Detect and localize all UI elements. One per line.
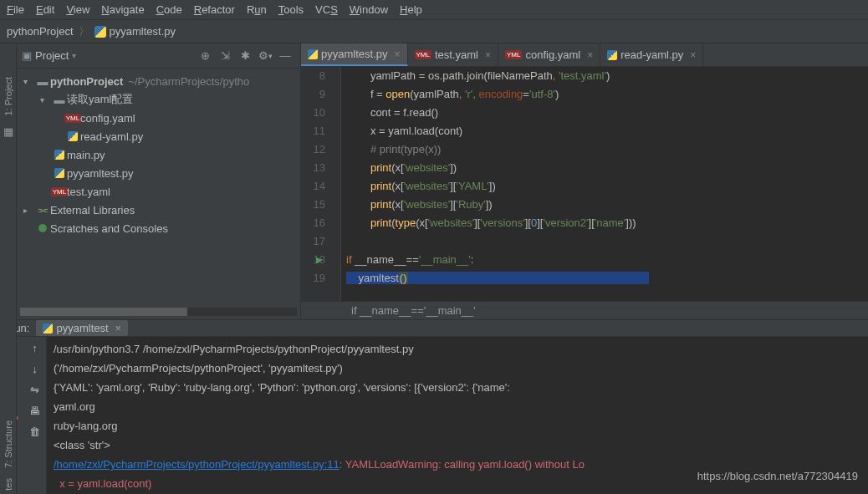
close-icon[interactable]: ×: [690, 49, 696, 61]
down-icon[interactable]: ↓: [32, 363, 38, 375]
editor-breadcrumb[interactable]: if __name__=='__main__': [301, 301, 868, 319]
left-tool-strip-bottom: 7: Structure tes: [0, 318, 17, 494]
settings-icon[interactable]: ✱: [237, 48, 253, 64]
tree-file[interactable]: pyyamltest.py: [17, 164, 300, 182]
breadcrumb-separator: 〉: [79, 24, 89, 39]
tab-test-yaml[interactable]: YML test.yaml×: [408, 43, 498, 66]
tree-file[interactable]: YML test.yaml: [17, 182, 300, 201]
menu-edit[interactable]: Edit: [36, 3, 54, 16]
close-icon[interactable]: ×: [394, 48, 400, 60]
trash-icon[interactable]: 🗑: [29, 425, 40, 438]
menu-run[interactable]: Run: [247, 3, 267, 16]
tree-file[interactable]: main.py: [17, 145, 300, 164]
menu-refactor[interactable]: Refactor: [194, 3, 235, 16]
sidebar-structure-button[interactable]: 7: Structure: [3, 420, 13, 468]
python-icon: [94, 26, 106, 38]
close-icon[interactable]: ×: [115, 322, 122, 334]
run-tab[interactable]: pyyamltest ×: [36, 320, 128, 336]
run-header: Run: pyyamltest ×: [0, 320, 868, 337]
project-panel-header: ▣ Project ▾ ⊕ ⇲ ✱ ⚙ ▾ —: [17, 43, 300, 69]
tree-file[interactable]: YML config.yaml: [17, 109, 300, 127]
menu-window[interactable]: Window: [350, 3, 388, 16]
locate-icon[interactable]: ⊕: [197, 48, 213, 64]
python-icon: [308, 49, 318, 59]
editor-area: pyyamltest.py× YML test.yaml× YML config…: [301, 43, 868, 319]
gutter[interactable]: 89101112131415161718▶19: [301, 67, 341, 301]
breadcrumb-file[interactable]: pyyamltest.py: [110, 25, 176, 38]
left-tool-strip: 1: Project ▦: [0, 43, 17, 319]
menu-view[interactable]: View: [66, 3, 89, 16]
watermark: https://blog.csdn.net/a772304419: [697, 470, 858, 482]
run-tool-window: Run: pyyamltest × ▶ ■ ☷ 📌 ↑ ↓ ⇋ 🖶 🗑 /usr…: [0, 319, 868, 494]
tab-pyyamltest[interactable]: pyyamltest.py×: [301, 43, 408, 66]
sidebar-project-button[interactable]: 1: Project: [3, 77, 13, 115]
sidebar-icon[interactable]: ▦: [3, 125, 13, 138]
menu-file[interactable]: File: [7, 3, 24, 16]
code-content[interactable]: yamlPath = os.path.join(fileNamePath, 't…: [341, 67, 868, 301]
python-icon: [43, 323, 53, 334]
editor-tabs: pyyamltest.py× YML test.yaml× YML config…: [301, 43, 868, 67]
hide-icon[interactable]: —: [277, 48, 294, 64]
menu-help[interactable]: Help: [400, 3, 422, 16]
file-link[interactable]: /home/zxl/PycharmProjects/pythonProject/…: [54, 458, 340, 471]
menu-navigate[interactable]: Navigate: [101, 3, 144, 16]
python-icon: [607, 50, 617, 60]
menubar: File Edit View Navigate Code Refactor Ru…: [0, 0, 868, 20]
tree-root[interactable]: ▾▬ pythonProject ~/PycharmProjects/pytho: [17, 72, 300, 90]
wrap-icon[interactable]: ⇋: [30, 384, 39, 396]
navigation-bar: pythonProject 〉 pyyamltest.py: [0, 20, 868, 43]
tree-file[interactable]: read-yaml.py: [17, 127, 300, 145]
gear-icon[interactable]: ⚙ ▾: [257, 48, 273, 64]
close-icon[interactable]: ×: [587, 49, 593, 61]
run-gutter-icon[interactable]: ▶: [316, 251, 323, 269]
menu-code[interactable]: Code: [156, 3, 182, 16]
menu-vcs[interactable]: VCS: [315, 3, 338, 16]
tree-external-libs[interactable]: ▸⫘ External Libraries: [17, 201, 300, 219]
close-icon[interactable]: ×: [485, 49, 491, 61]
expand-icon[interactable]: ⇲: [217, 48, 233, 64]
up-icon[interactable]: ↑: [32, 342, 38, 354]
project-hscroll[interactable]: [20, 308, 297, 316]
breadcrumb-project[interactable]: pythonProject: [7, 25, 74, 38]
project-panel-title[interactable]: ▣ Project ▾: [22, 49, 76, 62]
run-toolbar-left2: ↑ ↓ ⇋ 🖶 🗑: [23, 337, 47, 494]
project-panel: ▣ Project ▾ ⊕ ⇲ ✱ ⚙ ▾ — ▾▬ pythonProject…: [17, 43, 301, 319]
print-icon[interactable]: 🖶: [29, 405, 40, 417]
tab-read-yaml[interactable]: read-yaml.py×: [600, 43, 703, 66]
tree-folder[interactable]: ▾▬ 读取yaml配置: [17, 90, 300, 109]
sidebar-favorites-button[interactable]: tes: [3, 478, 13, 491]
code-editor[interactable]: 89101112131415161718▶19 yamlPath = os.pa…: [301, 67, 868, 301]
yaml-icon: YML: [415, 50, 431, 59]
project-tree[interactable]: ▾▬ pythonProject ~/PycharmProjects/pytho…: [17, 69, 300, 308]
yaml-icon: YML: [505, 50, 522, 59]
menu-tools[interactable]: Tools: [278, 3, 304, 16]
tree-scratches[interactable]: Scratches and Consoles: [17, 219, 300, 237]
tab-config-yaml[interactable]: YML config.yaml×: [498, 43, 600, 66]
